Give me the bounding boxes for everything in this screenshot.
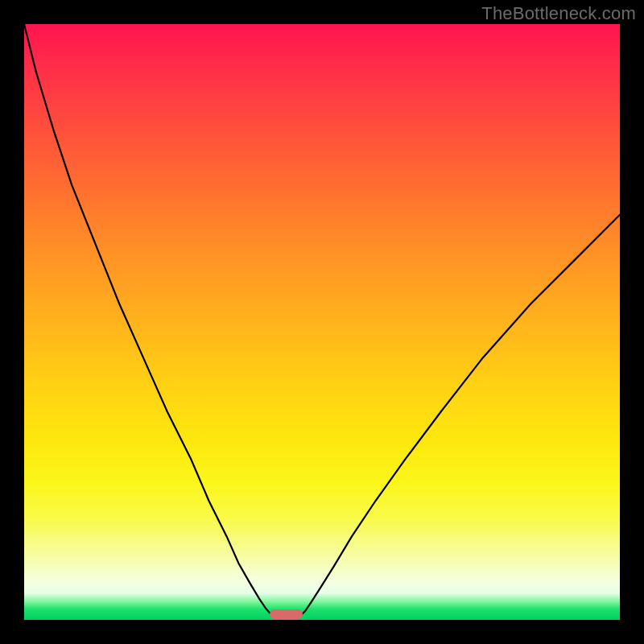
curve-layer (24, 24, 620, 620)
bottleneck-marker (270, 609, 303, 619)
curve-right (301, 215, 620, 615)
plot-area (24, 24, 620, 620)
watermark-text: TheBottleneck.com (481, 3, 636, 24)
chart-frame: TheBottleneck.com (0, 0, 644, 644)
curve-left (24, 24, 273, 615)
